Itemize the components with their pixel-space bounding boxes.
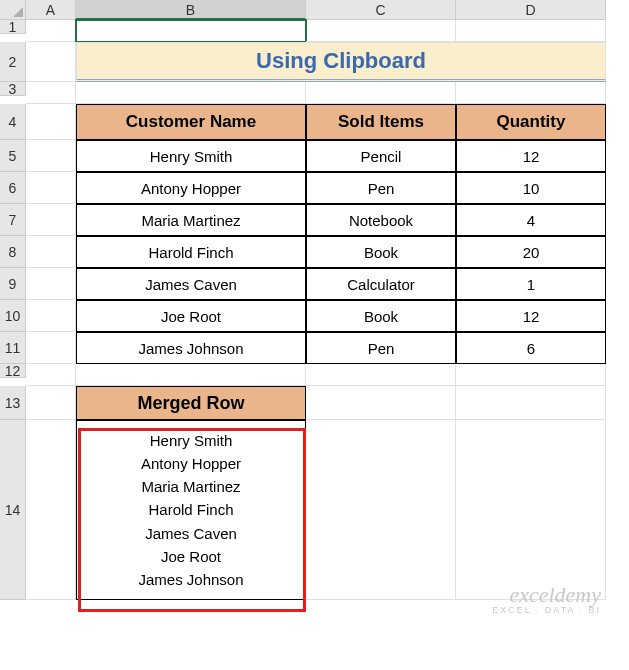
table-row[interactable]: 12 (456, 140, 606, 172)
row-header-8[interactable]: 8 (0, 236, 26, 268)
cell-A8[interactable] (26, 236, 76, 268)
cell-A2[interactable] (26, 42, 76, 82)
table-row[interactable]: 1 (456, 268, 606, 300)
cell-A4[interactable] (26, 104, 76, 140)
cell-C13[interactable] (306, 386, 456, 420)
row-header-10[interactable]: 10 (0, 300, 26, 332)
table-row[interactable]: Book (306, 236, 456, 268)
cell-D12[interactable] (456, 364, 606, 386)
cell-A10[interactable] (26, 300, 76, 332)
table-row[interactable]: Henry Smith (76, 140, 306, 172)
row-header-5[interactable]: 5 (0, 140, 26, 172)
page-title[interactable]: Using Clipboard (76, 42, 606, 82)
cell-D13[interactable] (456, 386, 606, 420)
col-header-D[interactable]: D (456, 0, 606, 20)
row-header-13[interactable]: 13 (0, 386, 26, 420)
col-header-B[interactable]: B (76, 0, 306, 20)
table-row[interactable]: 6 (456, 332, 606, 364)
watermark-main: exceldemy (492, 584, 601, 606)
row-header-11[interactable]: 11 (0, 332, 26, 364)
table-row[interactable]: Harold Finch (76, 236, 306, 268)
table-row[interactable]: Joe Root (76, 300, 306, 332)
table-header-name[interactable]: Customer Name (76, 104, 306, 140)
table-row[interactable]: 10 (456, 172, 606, 204)
cell-D14[interactable] (456, 420, 606, 600)
merged-row-text: Henry Smith Antony Hopper Maria Martinez… (138, 429, 243, 592)
table-row[interactable]: Pencil (306, 140, 456, 172)
col-header-A[interactable]: A (26, 0, 76, 20)
row-header-6[interactable]: 6 (0, 172, 26, 204)
watermark: exceldemy EXCEL · DATA · BI (492, 584, 601, 615)
cell-C1[interactable] (306, 20, 456, 42)
table-header-sold[interactable]: Sold Items (306, 104, 456, 140)
cell-C12[interactable] (306, 364, 456, 386)
cell-B1[interactable] (76, 20, 306, 42)
table-row[interactable]: Pen (306, 172, 456, 204)
cell-D1[interactable] (456, 20, 606, 42)
cell-A6[interactable] (26, 172, 76, 204)
table-row[interactable]: Pen (306, 332, 456, 364)
cell-A12[interactable] (26, 364, 76, 386)
cell-A13[interactable] (26, 386, 76, 420)
cell-A14[interactable] (26, 420, 76, 600)
table-row[interactable]: Notebook (306, 204, 456, 236)
cell-A1[interactable] (26, 20, 76, 42)
table-row[interactable]: 4 (456, 204, 606, 236)
cell-B3[interactable] (76, 82, 306, 104)
cell-A5[interactable] (26, 140, 76, 172)
table-row[interactable]: James Caven (76, 268, 306, 300)
row-header-9[interactable]: 9 (0, 268, 26, 300)
spreadsheet-grid: A B C D 1 2 Using Clipboard 3 4 Customer… (0, 0, 629, 600)
table-row[interactable]: James Johnson (76, 332, 306, 364)
row-header-3[interactable]: 3 (0, 82, 26, 96)
select-all-corner[interactable] (0, 0, 26, 20)
cell-A3[interactable] (26, 82, 76, 104)
table-header-qty[interactable]: Quantity (456, 104, 606, 140)
row-header-7[interactable]: 7 (0, 204, 26, 236)
table-row[interactable]: 12 (456, 300, 606, 332)
table-row[interactable]: Calculator (306, 268, 456, 300)
cell-A7[interactable] (26, 204, 76, 236)
row-header-4[interactable]: 4 (0, 104, 26, 140)
cell-D3[interactable] (456, 82, 606, 104)
cell-B12[interactable] (76, 364, 306, 386)
row-header-1[interactable]: 1 (0, 20, 26, 34)
table-row[interactable]: Antony Hopper (76, 172, 306, 204)
row-header-2[interactable]: 2 (0, 42, 26, 82)
cell-C14[interactable] (306, 420, 456, 600)
table-row[interactable]: Book (306, 300, 456, 332)
watermark-sub: EXCEL · DATA · BI (492, 606, 601, 615)
merged-row-header[interactable]: Merged Row (76, 386, 306, 420)
cell-C3[interactable] (306, 82, 456, 104)
col-header-C[interactable]: C (306, 0, 456, 20)
cell-A9[interactable] (26, 268, 76, 300)
merged-row-content[interactable]: Henry Smith Antony Hopper Maria Martinez… (76, 420, 306, 600)
row-header-14[interactable]: 14 (0, 420, 26, 600)
table-row[interactable]: 20 (456, 236, 606, 268)
table-row[interactable]: Maria Martinez (76, 204, 306, 236)
cell-A11[interactable] (26, 332, 76, 364)
row-header-12[interactable]: 12 (0, 364, 26, 378)
